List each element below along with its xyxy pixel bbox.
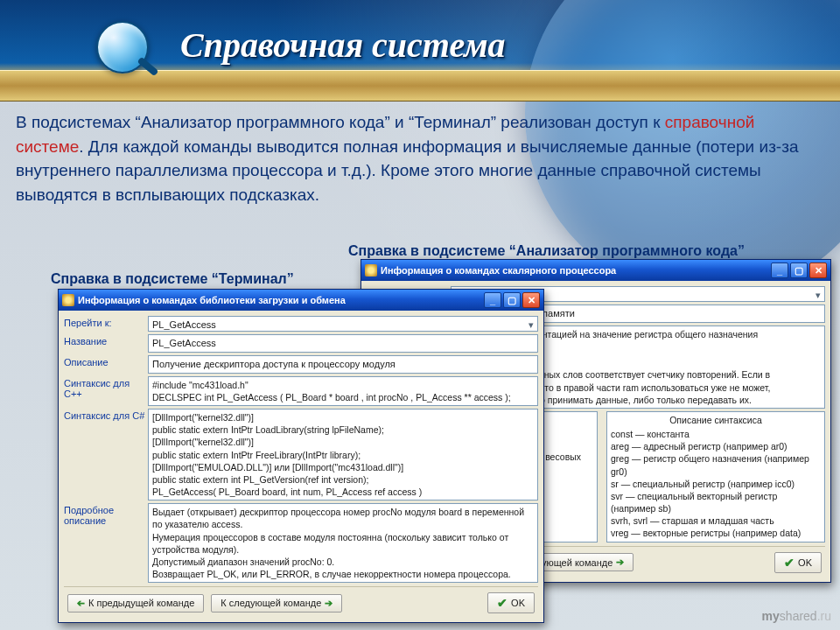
- cs-field: [DllImport("kernel32.dll")] public stati…: [148, 409, 538, 500]
- close-button[interactable]: ✕: [522, 292, 540, 308]
- window-terminal-help: Информация о командах библиотеки загрузк…: [58, 289, 544, 623]
- check-icon: ✔: [497, 596, 508, 610]
- prev-command-button[interactable]: ➔К предыдущей команде: [67, 594, 204, 612]
- caption-terminal: Справка в подсистеме “Терминал”: [51, 271, 294, 287]
- desc-field: Получение дескриптора доступа к процессо…: [148, 355, 538, 374]
- window-title: Информация о командах библиотеки загрузк…: [78, 295, 346, 305]
- detail-field: Выдает (открывает) дескриптор процессора…: [148, 503, 538, 583]
- app-icon: [365, 264, 377, 276]
- cpp-field: #include "mc431load.h" DECLSPEC int PL_G…: [148, 376, 538, 406]
- gold-swoosh: [0, 70, 840, 102]
- arrow-left-icon: ➔: [77, 598, 85, 609]
- magnifier-icon: [96, 21, 149, 74]
- next-command-button[interactable]: К следующей команде➔: [211, 594, 342, 612]
- check-icon: ✔: [784, 556, 794, 570]
- ok-button[interactable]: ✔OK: [774, 552, 822, 573]
- chevron-down-icon: ▾: [528, 318, 534, 332]
- label-cs: Синтаксис для С#: [64, 409, 148, 421]
- label-cpp: Синтаксис для С++: [64, 376, 148, 399]
- app-icon: [62, 294, 74, 306]
- chevron-down-icon: ▾: [816, 289, 821, 302]
- label-desc: Описание: [64, 355, 148, 368]
- goto-combobox[interactable]: PL_GetAccess ▾: [148, 316, 538, 332]
- name-field: PL_GetAccess: [148, 334, 538, 353]
- minimize-button[interactable]: _: [484, 292, 501, 308]
- ok-button[interactable]: ✔OK: [487, 592, 535, 613]
- watermark: myshared.ru: [762, 609, 831, 623]
- slide-title: Справочная система: [180, 24, 506, 66]
- window-title: Информация о командах скалярного процесс…: [381, 265, 616, 276]
- label-name: Название: [64, 334, 148, 346]
- label-detail: Подробное описание: [64, 503, 148, 526]
- arrow-right-icon: ➔: [325, 598, 332, 609]
- label-goto: Перейти к:: [64, 316, 148, 328]
- slide-paragraph: В подсистемах “Анализатор программного к…: [16, 110, 824, 206]
- titlebar[interactable]: Информация о командах библиотеки загрузк…: [59, 290, 543, 311]
- syntax-legend: Описание синтаксиса const — константа ar…: [606, 411, 825, 542]
- maximize-button[interactable]: ▢: [790, 262, 808, 278]
- close-button[interactable]: ✕: [809, 262, 827, 278]
- caption-analyzer: Справка в подсистеме “Анализатор програм…: [348, 243, 745, 259]
- para-text-1: В подсистемах “Анализатор программного к…: [16, 113, 665, 131]
- maximize-button[interactable]: ▢: [503, 292, 521, 308]
- arrow-right-icon: ➔: [616, 556, 624, 568]
- para-text-2: . Для каждой команды выводится полная ин…: [16, 137, 798, 204]
- titlebar[interactable]: Информация о командах скалярного процесс…: [361, 260, 830, 281]
- minimize-button[interactable]: _: [771, 262, 788, 278]
